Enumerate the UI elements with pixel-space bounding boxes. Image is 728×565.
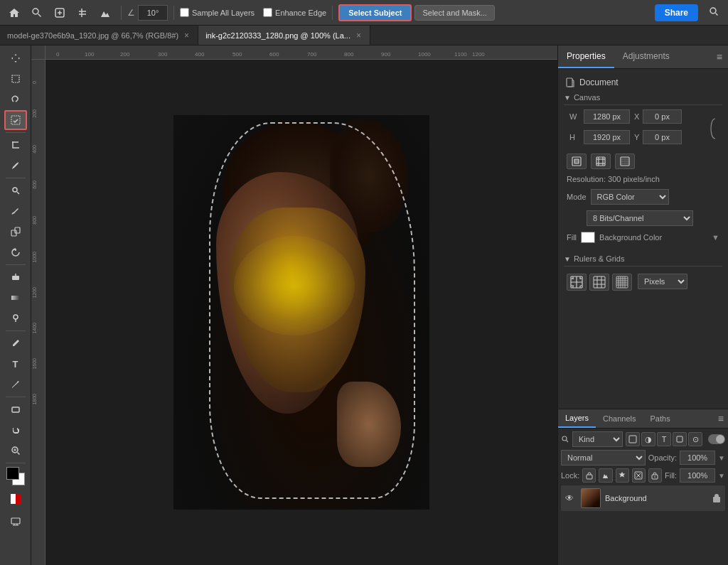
bit-depth-select[interactable]: 8 Bits/Channel 16 Bits/Channel 32 Bits/C… <box>587 210 693 226</box>
tool-lasso[interactable] <box>4 90 27 109</box>
tool-quick-mask[interactable] <box>4 489 27 509</box>
tool-eraser[interactable] <box>4 267 27 287</box>
layers-menu-btn[interactable]: ≡ <box>714 410 728 427</box>
tab-2[interactable]: ink-g2c2120333_1280.png @ 100% (La... × <box>198 26 370 45</box>
tool-rect-marquee[interactable] <box>4 69 27 89</box>
adjustments-tab[interactable]: Adjustments <box>614 45 678 68</box>
layers-tab[interactable]: Layers <box>558 409 596 428</box>
document-header: Document <box>564 75 722 90</box>
tab-1[interactable]: model-ge370e6b9a_1920.jpg @ 66,7% (RGB/8… <box>0 26 198 45</box>
filter-pixel-icon[interactable] <box>626 432 640 446</box>
properties-menu-btn[interactable]: ≡ <box>711 48 728 65</box>
lock-row: Lock: Fill: <box>561 468 725 483</box>
units-select[interactable]: Pixels Inches cm mm Points Picas Percent <box>638 274 687 289</box>
canvas-size-btn-2[interactable] <box>591 154 611 169</box>
properties-content: Document ▼ Canvas W X <box>558 69 728 409</box>
sample-all-layers-label[interactable]: Sample All Layers <box>180 8 255 17</box>
select-and-mask-button[interactable]: Select and Mask... <box>414 5 495 21</box>
tool-dodge[interactable] <box>4 308 27 328</box>
foreground-color-swatch[interactable] <box>6 467 19 480</box>
enhance-edge-checkbox[interactable] <box>263 8 272 17</box>
y-input[interactable] <box>643 130 682 144</box>
x-input[interactable] <box>643 109 682 124</box>
tool-screen-mode[interactable] <box>4 511 27 531</box>
color-swatches[interactable] <box>5 467 26 485</box>
paths-tab[interactable]: Paths <box>643 410 678 427</box>
layer-row-background[interactable]: 👁 Background <box>561 485 725 511</box>
lock-artboard-btn[interactable] <box>632 468 646 483</box>
channels-tab[interactable]: Channels <box>596 410 643 427</box>
tool-zoom[interactable] <box>4 441 27 461</box>
tool-hand[interactable] <box>4 420 27 440</box>
height-input[interactable] <box>584 130 630 144</box>
opacity-input[interactable] <box>680 451 715 465</box>
rulers-section-header[interactable]: ▼ Rulers & Grids <box>564 252 722 267</box>
ruler-v-0: 0 <box>32 81 37 84</box>
filter-type-icon[interactable]: T <box>657 432 671 446</box>
tool-history-brush[interactable] <box>4 242 27 262</box>
enhance-edge-label[interactable]: Enhance Edge <box>263 8 326 17</box>
ruler-v-1200: 1200 <box>32 287 37 298</box>
filter-adj-icon[interactable]: ◑ <box>641 432 655 446</box>
ruler-v-600: 600 <box>32 181 37 189</box>
tool-clone[interactable] <box>4 222 27 242</box>
ruler-icon-3[interactable] <box>612 274 632 291</box>
tool-options-4[interactable] <box>95 3 115 23</box>
ruler-corner <box>31 45 46 60</box>
search-button[interactable] <box>704 3 724 23</box>
canvas-area[interactable]: 0 100 200 300 400 500 600 700 800 900 10… <box>31 45 557 565</box>
angle-input[interactable] <box>138 5 168 21</box>
fill-layer-input[interactable] <box>680 468 715 483</box>
tool-crop[interactable] <box>4 135 27 155</box>
tool-options-3[interactable] <box>73 3 92 23</box>
opacity-arrow[interactable]: ▼ <box>718 454 725 462</box>
height-label: H <box>569 133 584 141</box>
filter-shape-icon[interactable] <box>673 432 687 446</box>
canvas-size-btn-3[interactable] <box>615 154 635 169</box>
canvas-size-btn-1[interactable] <box>567 154 587 169</box>
blend-mode-select[interactable]: Normal Multiply Screen Overlay <box>561 450 646 466</box>
layer-visibility-eye[interactable]: 👁 <box>565 493 577 503</box>
fill-color-swatch[interactable] <box>581 232 595 243</box>
properties-tab[interactable]: Properties <box>558 45 614 68</box>
layer-filter-select[interactable]: Kind Name Effect Mode Attribute Color <box>572 431 623 447</box>
lock-position-btn[interactable] <box>616 468 629 483</box>
tool-eyedropper[interactable] <box>4 156 27 176</box>
tool-gradient[interactable] <box>4 288 27 308</box>
canvas-image-container[interactable] <box>46 60 557 565</box>
tool-brush[interactable] <box>4 201 27 221</box>
mode-select[interactable]: RGB Color CMYK Color Grayscale <box>591 189 669 205</box>
tool-pen[interactable] <box>4 333 27 353</box>
tool-type[interactable]: T <box>4 354 27 374</box>
svg-rect-4 <box>11 116 20 124</box>
fill-label: Fill <box>567 233 577 242</box>
tool-options-1[interactable] <box>27 3 47 23</box>
tool-spot-heal[interactable] <box>4 181 27 200</box>
canvas-section-header[interactable]: ▼ Canvas <box>564 90 722 105</box>
ruler-icon-1[interactable] <box>567 274 587 291</box>
tool-rect-shape[interactable] <box>4 399 27 419</box>
select-subject-button[interactable]: Select Subject <box>338 4 412 21</box>
photoshop-canvas[interactable] <box>173 115 429 510</box>
fill-arrow[interactable]: ▼ <box>718 472 725 480</box>
left-sep-4 <box>6 330 26 331</box>
home-button[interactable] <box>4 3 24 23</box>
angle-icon: ∠ <box>127 8 135 18</box>
tab-1-close[interactable]: × <box>183 31 191 41</box>
share-button[interactable]: Share <box>655 4 698 21</box>
filter-smart-icon[interactable]: ⊙ <box>688 432 702 446</box>
tool-options-2[interactable] <box>50 3 70 23</box>
tool-path-select[interactable] <box>4 375 27 394</box>
lock-all-btn[interactable] <box>648 468 662 483</box>
ruler-icon-2[interactable] <box>589 274 609 291</box>
tool-object-selection[interactable] <box>4 110 27 130</box>
main-layout: T 0 10 <box>0 45 728 565</box>
lock-transparent-btn[interactable] <box>582 468 596 483</box>
lock-pixels-btn[interactable] <box>599 468 612 483</box>
filter-toggle[interactable] <box>708 434 725 444</box>
tab-2-close[interactable]: × <box>355 31 363 41</box>
sample-all-layers-checkbox[interactable] <box>180 8 189 17</box>
separator-1 <box>121 6 122 20</box>
tool-move[interactable] <box>4 48 27 68</box>
width-input[interactable] <box>584 109 630 124</box>
